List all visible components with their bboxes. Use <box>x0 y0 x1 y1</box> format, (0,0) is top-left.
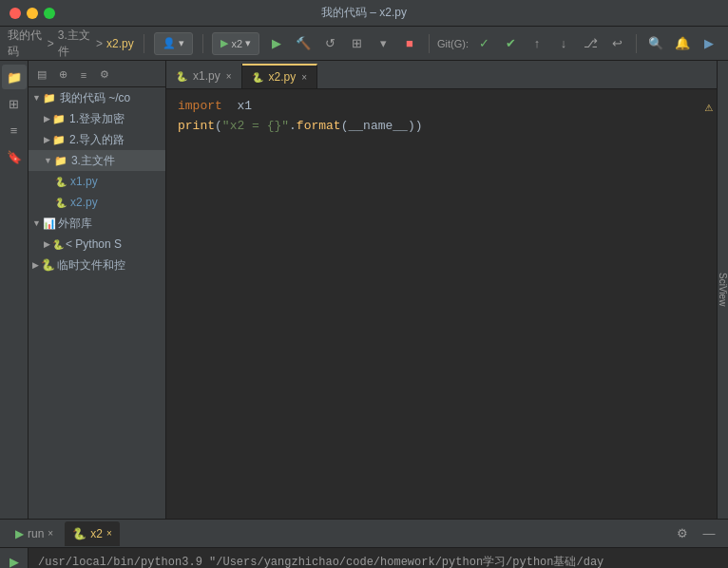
expand-icon-3: ▼ <box>44 156 52 165</box>
breadcrumb-root[interactable]: 我的代码 <box>8 28 44 60</box>
tab-x2-icon: 🐍 <box>252 72 263 83</box>
tree-item-login[interactable]: ▶ 📁 1.登录加密 <box>29 108 165 129</box>
tab-x2py[interactable]: 🐍 x2.py × <box>242 64 318 88</box>
git-pull-icon[interactable]: ↓ <box>552 32 575 55</box>
sidebar-icon-commits[interactable]: ⊞ <box>2 91 27 116</box>
x2-tab-close[interactable]: × <box>106 528 112 539</box>
tree-settings[interactable]: ≡ <box>74 66 93 85</box>
titlebar: 我的代码 – x2.py <box>0 0 728 27</box>
avatar-button[interactable]: 👤 ▾ <box>154 32 193 55</box>
terminal-line-1: /usr/local/bin/python3.9 "/Users/yangzhi… <box>38 554 718 568</box>
editor-content[interactable]: import x1 print("x2 = {}".format(__name_… <box>166 89 717 519</box>
x2-tab-icon: 🐍 <box>72 527 86 540</box>
editor-tabs: 🐍 x1.py × 🐍 x2.py × <box>166 61 717 89</box>
toolbar-separator-2 <box>202 34 203 53</box>
expand-icon-scratch: ▶ <box>32 260 39 270</box>
breadcrumb-sep1: > <box>48 37 54 50</box>
tree-label-3: 3.主文件 <box>71 153 115 169</box>
editor-area: 🐍 x1.py × 🐍 x2.py × import x1 print("x2 … <box>166 61 717 519</box>
tree-item-external-libs[interactable]: ▼ 📊 外部库 <box>29 213 165 234</box>
git-check2-icon[interactable]: ✔ <box>499 32 522 55</box>
sciview-panel[interactable]: SciView <box>717 61 728 519</box>
tree-label-scratch: 临时文件和控 <box>57 257 125 274</box>
py-icon-x1: 🐍 <box>55 177 67 187</box>
build-button[interactable]: 🔨 <box>292 32 315 55</box>
git-label: Git(G): <box>437 38 469 49</box>
sidebar-icon-project[interactable]: 📁 <box>2 65 27 89</box>
bottom-left-icons: ▶ 🔧 ↕ ⊞ 🖨 📋 🗑 <box>0 548 29 568</box>
tree-root-label: 我的代码 ~/co <box>60 90 130 106</box>
bottom-panel: ▶ run × 🐍 x2 × ⚙ — ▶ 🔧 ↕ ⊞ 🖨 📋 🗑 /usr/lo… <box>0 519 728 568</box>
toolbar-sep-3 <box>429 34 430 53</box>
sidebar-icon-structure[interactable]: ≡ <box>2 118 27 142</box>
tab-x1-label: x1.py <box>193 69 220 83</box>
tab-x2-close[interactable]: × <box>301 72 307 83</box>
bottom-tab-x2[interactable]: 🐍 x2 × <box>65 521 120 546</box>
code-line-2: print("x2 = {}".format(__name__)) <box>178 117 705 137</box>
sciview-label-text: SciView <box>718 273 728 306</box>
git-branch-icon[interactable]: ⎇ <box>579 32 602 55</box>
minimize-button[interactable] <box>27 8 38 19</box>
expand-icon-ext: ▼ <box>32 218 41 228</box>
tree-label-2: 2.导入的路 <box>69 132 125 148</box>
bottom-icon-run[interactable]: ▶ <box>2 552 27 568</box>
dropdown-btn[interactable]: ▾ <box>372 32 394 55</box>
git-check-icon[interactable]: ✓ <box>472 32 495 55</box>
root-folder-icon: 📁 <box>43 92 56 104</box>
maximize-button[interactable] <box>44 8 55 19</box>
tree-item-python-sdk[interactable]: ▶ 🐍 < Python S <box>29 234 165 255</box>
code-line-1: import x1 <box>178 97 705 117</box>
coverage-button[interactable]: ⊞ <box>345 32 368 55</box>
breadcrumb-parent[interactable]: 3.主文件 <box>58 28 92 60</box>
terminal-output[interactable]: /usr/local/bin/python3.9 "/Users/yangzhi… <box>29 548 728 568</box>
bottom-tabs: ▶ run × 🐍 x2 × ⚙ — <box>0 520 728 548</box>
tab-x1py[interactable]: 🐍 x1.py × <box>166 64 242 88</box>
tree-root[interactable]: ▼ 📁 我的代码 ~/co <box>29 87 165 108</box>
run-dropdown-label: x2 <box>231 38 242 49</box>
bottom-settings-icon[interactable]: ⚙ <box>671 522 694 545</box>
tree-label-ext: 外部库 <box>58 216 92 232</box>
stop-button[interactable]: ■ <box>398 32 421 55</box>
close-button[interactable] <box>10 8 21 19</box>
toolbar-right: ▶ 🔨 ↺ ⊞ ▾ ■ Git(G): ✓ ✔ ↑ ↓ ⎇ ↩ 🔍 🔔 ▶ <box>265 32 720 55</box>
breadcrumb-current[interactable]: x2.py <box>106 37 134 50</box>
run-tab-close[interactable]: × <box>48 528 53 539</box>
breadcrumb: 我的代码 > 3.主文件 > x2.py <box>8 28 134 60</box>
git-push-icon[interactable]: ↑ <box>526 32 548 55</box>
tree-item-scratches[interactable]: ▶ 🐍 临时文件和控 <box>29 255 165 275</box>
scratch-icon: 🐍 <box>41 258 55 272</box>
tree-label-x1: x1.py <box>70 175 98 188</box>
tab-x1-icon: 🐍 <box>176 71 187 82</box>
tree-item-import[interactable]: ▶ 📁 2.导入的路 <box>29 129 165 150</box>
tree-label-1: 1.登录加密 <box>69 111 125 127</box>
tree-gear[interactable]: ⚙ <box>95 66 114 85</box>
bottom-tab-run[interactable]: ▶ run × <box>8 521 61 546</box>
lib-chart-icon: 📊 <box>43 218 56 230</box>
search-button[interactable]: 🔍 <box>644 32 667 55</box>
tab-x1-close[interactable]: × <box>226 71 232 82</box>
tree-add[interactable]: ⊕ <box>53 66 72 85</box>
bottom-close-icon[interactable]: — <box>698 522 720 545</box>
run-tab-label: run <box>28 527 44 540</box>
toolbar-separator <box>144 34 144 53</box>
expand-icon-2: ▶ <box>44 135 50 144</box>
folder-icon-2: 📁 <box>52 134 66 146</box>
left-sidebar-icons: 📁 ⊞ ≡ 🔖 <box>0 61 29 519</box>
tree-collapse-all[interactable]: ▤ <box>32 66 51 85</box>
reload-button[interactable]: ↺ <box>318 32 341 55</box>
undo-button[interactable]: ↩ <box>605 32 628 55</box>
tab-x2-label: x2.py <box>269 70 297 84</box>
tree-item-x2py[interactable]: 🐍 x2.py <box>29 192 165 213</box>
warning-badge: ⚠ <box>705 97 713 118</box>
play-button[interactable]: ▶ <box>265 32 288 55</box>
py-icon-x2: 🐍 <box>55 198 67 208</box>
tree-item-x1py[interactable]: 🐍 x1.py <box>29 171 165 192</box>
notification-icon[interactable]: 🔔 <box>671 32 694 55</box>
run-dropdown-button[interactable]: ▶ x2 ▾ <box>212 32 259 55</box>
breadcrumb-sep2: > <box>96 37 103 50</box>
help-icon[interactable]: ▶ <box>698 32 720 55</box>
avatar-dropdown-icon: ▾ <box>179 37 184 49</box>
sidebar-icon-bookmarks[interactable]: 🔖 <box>2 144 27 169</box>
run-icon: ▶ <box>220 37 228 49</box>
tree-item-main[interactable]: ▼ 📁 3.主文件 <box>29 150 165 171</box>
